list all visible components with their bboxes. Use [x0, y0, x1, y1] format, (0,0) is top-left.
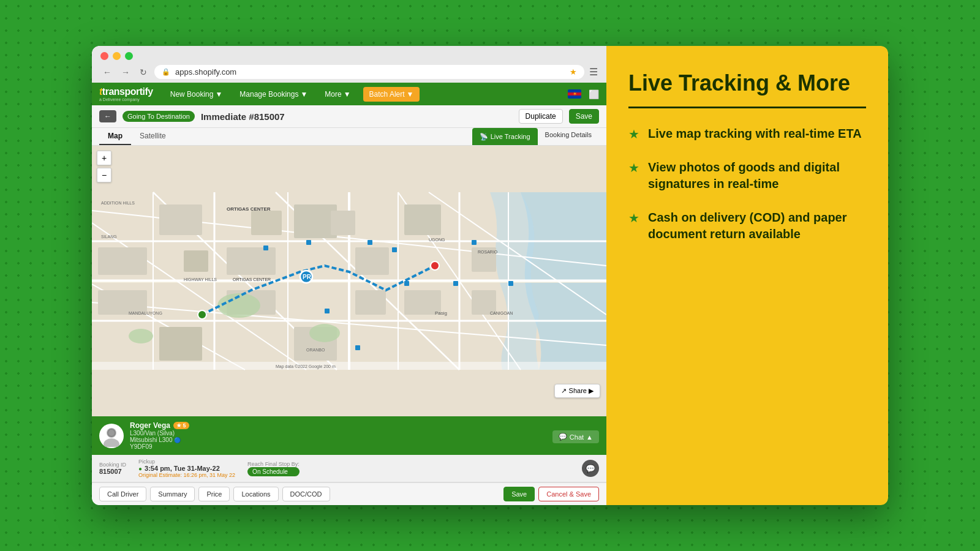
booking-info-row: Booking ID 815007 Pickup ● 3:54 pm, Tue … [92, 455, 606, 482]
browser-dots [100, 52, 598, 60]
locations-button[interactable]: Locations [233, 487, 278, 501]
final-stop-col: Reach Final Stop By: On Schedule [247, 461, 300, 476]
booking-title: Immediate #815007 [201, 111, 513, 122]
svg-rect-56 [306, 240, 311, 245]
tab-satellite[interactable]: Satellite [131, 128, 175, 145]
feature-list: ★ Live map tracking with real-time ETA ★… [628, 126, 866, 242]
svg-point-68 [104, 438, 119, 447]
svg-rect-24 [355, 247, 389, 275]
flag-icon: ☀ [568, 89, 581, 99]
svg-text:HIGHWAY HILLS: HIGHWAY HILLS [184, 277, 217, 282]
map-container: SILANG ADDITION HILLS ORTIGAS CENTER MAN… [92, 146, 606, 416]
svg-rect-59 [404, 281, 409, 286]
browser-panel: ← → ↻ 🔒 apps.shopify.com ★ ☰ ttransporti… [92, 46, 606, 505]
dot-green[interactable] [125, 52, 133, 60]
map-svg: SILANG ADDITION HILLS ORTIGAS CENTER MAN… [92, 146, 606, 416]
map-tabs: Map Satellite 📡 Live Tracking Booking De… [92, 128, 606, 146]
tab-live-tracking[interactable]: 📡 Live Tracking [472, 128, 538, 145]
feature-star-3: ★ [628, 211, 639, 225]
save-top-button[interactable]: Save [569, 109, 599, 124]
svg-text:ADDITION HILLS: ADDITION HILLS [101, 201, 135, 205]
svg-rect-61 [472, 240, 477, 245]
save-button[interactable]: Save [503, 487, 535, 501]
svg-text:SILANG: SILANG [101, 234, 117, 239]
driver-plate: Y9DF09 [130, 443, 546, 450]
tab-booking-details[interactable]: Booking Details [538, 128, 599, 145]
svg-rect-60 [453, 281, 458, 286]
svg-rect-57 [368, 240, 372, 245]
driver-avatar [99, 424, 124, 448]
doc-cod-button[interactable]: DOC/COD [282, 487, 330, 501]
map-controls: + − [97, 151, 111, 182]
tab-map[interactable]: Map [99, 128, 131, 145]
svg-text:UGONG: UGONG [429, 238, 445, 242]
message-icon[interactable]: 💬 [582, 460, 599, 477]
zoom-in-button[interactable]: + [97, 151, 111, 165]
feature-star-2: ★ [628, 160, 639, 175]
svg-text:ROSARIO: ROSARIO [478, 250, 498, 254]
logo-sub: a Deliveree company [99, 97, 153, 102]
svg-rect-21 [159, 204, 202, 235]
on-schedule-badge: On Schedule [247, 467, 300, 476]
dot-yellow[interactable] [113, 52, 121, 60]
camera-icon[interactable]: ⬜ [589, 89, 599, 99]
svg-point-52 [431, 261, 439, 270]
summary-button[interactable]: Summary [150, 487, 195, 501]
call-driver-button[interactable]: Call Driver [99, 487, 146, 501]
more-menu[interactable]: More ▼ [320, 88, 355, 101]
destination-badge: Going To Destination [123, 111, 195, 122]
svg-text:PR: PR [303, 274, 312, 280]
chat-icon: 💬 [559, 433, 567, 441]
svg-rect-30 [404, 204, 441, 235]
driver-vehicle: L300/Van (Silva) [130, 430, 546, 437]
new-booking-menu[interactable]: New Booking ▼ [165, 88, 228, 101]
svg-point-39 [129, 329, 153, 343]
address-bar[interactable]: 🔒 apps.shopify.com ★ [154, 65, 584, 79]
chat-button[interactable]: 💬 Chat ▲ [552, 430, 599, 443]
forward-button[interactable]: → [119, 66, 132, 78]
main-container: ← → ↻ 🔒 apps.shopify.com ★ ☰ ttransporti… [92, 46, 888, 505]
browser-nav: ← → ↻ 🔒 apps.shopify.com ★ ☰ [100, 65, 598, 79]
feature-item-3: ★ Cash on delivery (COD) and paper docum… [628, 209, 866, 242]
share-button[interactable]: ↗ Share ▶ [554, 384, 600, 398]
logo-area: ttransportify a Deliveree company [99, 86, 153, 102]
svg-rect-36 [355, 290, 386, 315]
feature-item-1: ★ Live map tracking with real-time ETA [628, 126, 866, 142]
cancel-save-button[interactable]: Cancel & Save [538, 487, 599, 501]
browser-chrome: ← → ↻ 🔒 apps.shopify.com ★ ☰ [92, 46, 606, 83]
booking-id-col: Booking ID 815007 [99, 462, 126, 475]
svg-text:CANIGOAN: CANIGOAN [490, 311, 513, 315]
manage-bookings-menu[interactable]: Manage Bookings ▼ [235, 88, 312, 101]
svg-point-70 [108, 430, 115, 436]
svg-rect-55 [263, 246, 268, 250]
url-text: apps.shopify.com [175, 67, 565, 77]
svg-point-38 [309, 324, 340, 342]
bookmark-icon[interactable]: ★ [570, 67, 577, 77]
right-panel-divider [628, 107, 866, 108]
zoom-out-button[interactable]: − [97, 168, 111, 182]
back-button[interactable]: ← [100, 66, 114, 78]
bottom-actions: Call Driver Summary Price Locations DOC/… [92, 482, 606, 505]
feature-text-3: Cash on delivery (COD) and paper documen… [648, 209, 866, 242]
svg-rect-64 [355, 345, 360, 350]
svg-rect-62 [508, 281, 513, 286]
svg-text:Map data ©2022 Google  200 m: Map data ©2022 Google 200 m [276, 364, 336, 369]
browser-menu-icon[interactable]: ☰ [589, 66, 598, 78]
svg-rect-33 [184, 250, 208, 272]
back-arrow-button[interactable]: ← [99, 110, 116, 122]
svg-rect-63 [325, 309, 330, 313]
app-navbar: ttransportify a Deliveree company New Bo… [92, 83, 606, 105]
svg-text:Pasig: Pasig [435, 310, 447, 316]
share-icon: ↗ [561, 387, 567, 395]
driver-model: Mitsubishi L300 🔵 [130, 437, 546, 443]
dot-red[interactable] [100, 52, 108, 60]
price-button[interactable]: Price [198, 487, 230, 501]
batch-alert-button[interactable]: Batch Alert ▼ [363, 87, 420, 102]
driver-panel: Roger Vega ★ 5 L300/Van (Silva) Mitsubis… [92, 416, 606, 455]
svg-rect-22 [227, 247, 276, 275]
duplicate-button[interactable]: Duplicate [519, 109, 563, 124]
svg-rect-35 [331, 211, 355, 235]
reload-button[interactable]: ↻ [137, 66, 149, 78]
feature-item-2: ★ View photos of goods and digital signa… [628, 159, 866, 192]
feature-text-2: View photos of goods and digital signatu… [648, 159, 866, 192]
